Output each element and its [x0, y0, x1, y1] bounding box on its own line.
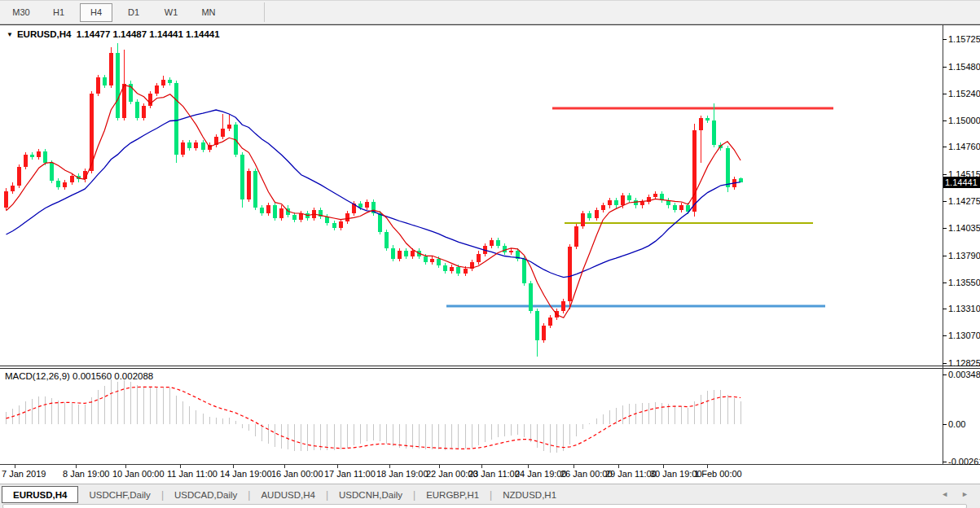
tab-eurusd-h4[interactable]: EURUSD,H4 — [2, 486, 78, 503]
time-tick-mark — [707, 465, 708, 468]
main-chart-canvas[interactable] — [0, 25, 943, 366]
price-axis-border — [943, 25, 943, 465]
tab-scroll-left-icon[interactable]: ◄ — [941, 490, 948, 498]
time-tick-mark — [233, 465, 234, 468]
time-tick-mark — [180, 465, 181, 468]
timeframe-button-mn[interactable]: MN — [192, 3, 225, 22]
toolbar-separator — [264, 2, 265, 22]
tab-usdcad-daily[interactable]: USDCAD,Daily — [164, 486, 248, 503]
tab-usdcnh-daily[interactable]: USDCNH,Daily — [328, 486, 413, 503]
time-label: 8 Jan 19:00 — [63, 469, 110, 479]
time-tick-mark — [284, 465, 285, 468]
price-tick-label: 1.15725 — [948, 34, 980, 44]
timeframe-button-w1[interactable]: W1 — [155, 3, 187, 22]
time-label: 7 Jan 2019 — [2, 469, 46, 479]
time-tick-mark — [337, 465, 338, 468]
price-tick-mark — [943, 282, 947, 283]
time-tick-mark — [573, 465, 574, 468]
price-tick-mark — [943, 256, 947, 256]
time-label: 24 Jan 19:00 — [515, 469, 567, 479]
horizontal-scrollbar[interactable] — [2, 504, 967, 508]
time-tick-mark — [439, 465, 440, 468]
time-tick-mark — [528, 465, 529, 468]
tab-audusd-h4[interactable]: AUDUSD,H4 — [250, 486, 325, 503]
current-price-tag: 1.14441 — [943, 177, 980, 188]
macd-indicator-label: MACD(12,26,9) 0.001560 0.002088 — [5, 371, 153, 381]
price-tick-label: 1.13310 — [948, 304, 980, 313]
price-tick-label: 1.12825 — [948, 358, 980, 368]
time-tick-mark — [618, 465, 619, 468]
chart-title-arrow-icon[interactable]: ▼ — [7, 31, 13, 38]
price-tick-label: 1.15240 — [948, 89, 980, 99]
timeframe-toolbar: M30H1H4D1W1MN — [0, 0, 980, 24]
price-tick-label: 1.15480 — [948, 62, 980, 72]
macd-tick-mark — [943, 374, 947, 375]
timeframe-button-h1[interactable]: H1 — [42, 3, 75, 22]
tab-eurgbp-h1[interactable]: EURGBP,H1 — [415, 486, 490, 503]
price-tick-mark — [943, 94, 947, 94]
tab-scroll-arrows: ◄ ► — [941, 490, 969, 498]
macd-tick-label: 0.003489 — [948, 370, 980, 379]
price-tick-label: 1.13070 — [948, 331, 980, 340]
price-tick-mark — [943, 120, 947, 121]
price-tick-label: 1.14760 — [948, 142, 980, 151]
price-tick-label: 1.14275 — [948, 196, 980, 206]
chart-tabs: EURUSD,H4USDCHF,Daily|USDCAD,Daily|AUDUS… — [2, 486, 567, 503]
time-label: 16 Jan 00:00 — [271, 469, 323, 479]
price-tick-mark — [943, 174, 947, 175]
time-label: 18 Jan 19:00 — [376, 469, 428, 479]
time-label: 14 Jan 19:00 — [220, 469, 272, 479]
time-tick-mark — [663, 465, 664, 468]
macd-tick-label: 0.00 — [948, 419, 965, 429]
time-label: 1 Feb 00:00 — [694, 469, 742, 479]
time-label: 10 Jan 00:00 — [112, 469, 165, 479]
price-tick-mark — [943, 228, 947, 229]
time-axis[interactable]: 7 Jan 20198 Jan 19:0010 Jan 00:0011 Jan … — [0, 465, 980, 484]
time-tick-mark — [481, 465, 482, 468]
macd-tick-mark — [943, 462, 947, 462]
timeframe-button-m30[interactable]: M30 — [5, 3, 37, 22]
price-tick-label: 1.14035 — [948, 223, 980, 233]
macd-indicator-canvas[interactable] — [0, 369, 943, 464]
ma-slow-line — [7, 110, 741, 278]
time-label: 11 Jan 11:00 — [167, 469, 218, 479]
tab-scroll-right-icon[interactable]: ► — [961, 490, 969, 498]
price-tick-mark — [943, 39, 947, 40]
time-label: 17 Jan 11:00 — [324, 469, 376, 479]
price-tick-label: 1.15000 — [948, 116, 980, 125]
price-tick-mark — [943, 147, 947, 147]
macd-tick-mark — [943, 424, 947, 425]
price-tick-mark — [943, 363, 947, 364]
price-tick-label: 1.13790 — [948, 251, 980, 261]
time-label: 29 Jan 11:00 — [605, 469, 657, 479]
time-tick-mark — [15, 465, 15, 468]
mt4-window: { "toolbar": { "timeframes": ["M30", "H1… — [0, 0, 980, 508]
price-tick-label: 1.13550 — [948, 278, 980, 287]
time-tick-mark — [76, 465, 77, 468]
price-tick-mark — [943, 201, 947, 202]
timeframe-buttons: M30H1H4D1W1MN — [5, 3, 230, 22]
timeframe-button-h4[interactable]: H4 — [80, 3, 112, 22]
time-tick-mark — [125, 465, 126, 468]
time-tick-mark — [389, 465, 390, 468]
tab-nzdusd-h1[interactable]: NZDUSD,H1 — [492, 486, 567, 503]
price-tick-mark — [943, 309, 947, 309]
price-tick-mark — [943, 335, 947, 336]
chart-title-text: EURUSD,H4 1.14477 1.14487 1.14441 1.1444… — [17, 29, 220, 39]
chart-title: ▼ EURUSD,H4 1.14477 1.14487 1.14441 1.14… — [7, 29, 220, 39]
candlestick-series — [4, 43, 743, 357]
trend-lines — [446, 108, 833, 306]
tab-usdchf-daily[interactable]: USDCHF,Daily — [78, 486, 160, 503]
time-label: 23 Jan 11:00 — [468, 469, 520, 479]
timeframe-button-d1[interactable]: D1 — [117, 3, 150, 22]
price-tick-mark — [943, 67, 947, 68]
